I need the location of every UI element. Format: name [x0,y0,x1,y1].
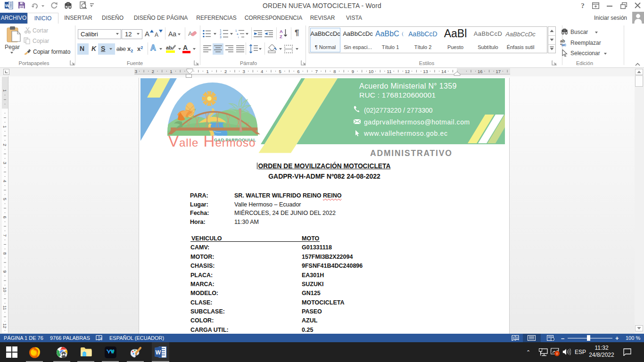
svg-text:1: 1 [206,69,208,74]
svg-text:9: 9 [2,270,8,272]
svg-text:8: 8 [333,69,336,74]
svg-text:8: 8 [2,252,8,255]
svg-text:1: 1 [220,29,222,32]
svg-text:14: 14 [441,69,446,74]
svg-text:2: 2 [220,32,222,35]
svg-text:3: 3 [2,162,8,164]
svg-text:7: 7 [315,69,318,74]
svg-text:A: A [280,29,283,34]
svg-text:6: 6 [2,216,8,218]
svg-text:12: 12 [2,323,8,329]
svg-text:Z: Z [280,34,282,39]
svg-text:11: 11 [2,305,8,310]
svg-text:i: i [238,36,239,38]
svg-text:1: 1 [235,29,237,32]
svg-text:(02)2773220 / 2773300: (02)2773220 / 2773300 [364,107,433,114]
svg-text:9: 9 [352,69,354,74]
svg-text:3: 3 [135,69,137,74]
svg-text:2: 2 [224,69,227,74]
svg-text:16: 16 [478,69,483,74]
svg-text:RUC : 1768120600001: RUC : 1768120600001 [359,91,436,99]
svg-text:3: 3 [242,69,245,74]
svg-text:2: 2 [2,144,8,146]
svg-text:ac: ac [561,42,566,47]
svg-text:Acuerdo Ministerial N° 1359: Acuerdo Ministerial N° 1359 [359,82,457,90]
svg-text:1: 1 [170,69,172,74]
svg-text:4: 4 [2,180,8,182]
svg-text:3: 3 [220,35,222,38]
svg-text:6: 6 [297,69,299,74]
svg-text:17: 17 [496,69,501,74]
svg-text:gadprvallehermoso@hotmail.com: gadprvallehermoso@hotmail.com [364,118,470,126]
svg-text:a: a [237,33,239,35]
svg-text:✕: ✕ [100,337,103,340]
svg-text:11: 11 [387,69,392,74]
svg-text:4: 4 [261,69,263,74]
svg-text:10: 10 [369,69,374,74]
svg-text:ab: ab [166,45,172,50]
svg-text:10: 10 [2,287,8,292]
svg-text:2: 2 [152,69,154,74]
svg-text:12: 12 [405,69,410,74]
svg-text:1: 1 [2,89,8,91]
svg-text:W: W [156,349,161,356]
svg-text:www.vallehermoso.gob.ec: www.vallehermoso.gob.ec [363,130,448,137]
svg-text:1: 1 [2,125,8,128]
svg-text:5: 5 [279,69,281,74]
svg-text:7: 7 [2,234,8,237]
svg-text:13: 13 [423,69,428,74]
svg-text:!: ! [556,352,558,356]
svg-text:5: 5 [2,198,8,200]
